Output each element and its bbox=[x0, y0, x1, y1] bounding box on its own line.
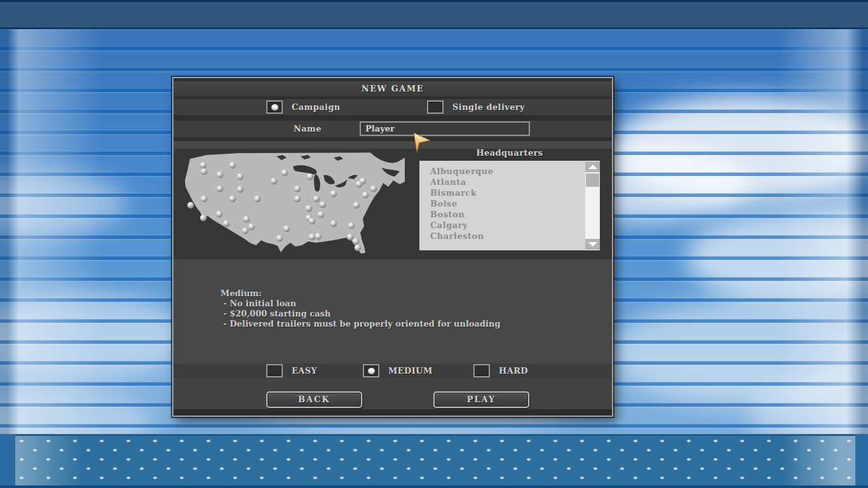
headquarters-label: Headquarters bbox=[419, 148, 600, 158]
hard-checkbox[interactable] bbox=[473, 364, 490, 377]
bottom-strip bbox=[0, 485, 868, 488]
player-name-input[interactable] bbox=[360, 121, 530, 136]
single-delivery-option[interactable]: Single delivery bbox=[427, 100, 525, 114]
description-line: - $20,000 starting cash bbox=[220, 309, 501, 319]
difficulty-row: EASY MEDIUM HARD bbox=[173, 363, 612, 378]
list-item[interactable]: Boston bbox=[419, 209, 585, 220]
single-delivery-checkbox[interactable] bbox=[427, 100, 444, 114]
medium-radio[interactable] bbox=[363, 364, 379, 377]
list-item[interactable]: Calgary bbox=[419, 220, 585, 231]
list-item[interactable]: Atlanta bbox=[419, 177, 585, 187]
name-row: Name bbox=[173, 121, 612, 137]
new-game-dialog: NEW GAME Campaign Single delivery Name bbox=[172, 77, 613, 417]
dialog-bottom-strip bbox=[173, 409, 612, 416]
headquarters-list[interactable]: AlbuquerqueAtlantaBismarckBoiseBostonCal… bbox=[419, 161, 600, 250]
difficulty-description-title: Medium: bbox=[220, 288, 501, 299]
easy-label: EASY bbox=[292, 366, 317, 376]
button-section bbox=[173, 378, 612, 409]
arrow-down-icon bbox=[588, 242, 597, 247]
scrollbar-thumb[interactable] bbox=[586, 173, 599, 187]
medium-option[interactable]: MEDIUM bbox=[363, 364, 433, 377]
list-item[interactable]: Albuquerque bbox=[419, 166, 585, 177]
mode-row: Campaign Single delivery bbox=[173, 99, 612, 115]
top-band bbox=[0, 0, 868, 29]
hard-label: HARD bbox=[499, 366, 528, 376]
dialog-title: NEW GAME bbox=[173, 81, 612, 97]
arrow-up-icon bbox=[588, 165, 597, 169]
headquarters-scrollbar[interactable] bbox=[585, 161, 600, 250]
scroll-up-button[interactable] bbox=[585, 161, 600, 172]
difficulty-description-lines: - No initial loan - $20,000 starting cas… bbox=[220, 299, 501, 329]
description-line: - Delivered trailers must be properly or… bbox=[220, 319, 501, 329]
scroll-down-button[interactable] bbox=[585, 239, 600, 250]
campaign-option[interactable]: Campaign bbox=[266, 100, 341, 114]
campaign-label: Campaign bbox=[292, 102, 341, 112]
usa-map bbox=[181, 152, 405, 254]
easy-checkbox[interactable] bbox=[266, 364, 283, 377]
right-edge-highlight bbox=[773, 0, 868, 434]
difficulty-description: Medium: - No initial loan - $20,000 star… bbox=[220, 288, 501, 329]
list-item[interactable]: Bismarck bbox=[419, 187, 585, 198]
medium-label: MEDIUM bbox=[388, 366, 433, 376]
headquarters-list-items: AlbuquerqueAtlantaBismarckBoiseBostonCal… bbox=[419, 166, 585, 250]
list-item[interactable]: Boise bbox=[419, 198, 585, 209]
back-button[interactable]: BACK bbox=[266, 391, 362, 408]
campaign-radio[interactable] bbox=[266, 100, 283, 114]
dotted-panel bbox=[15, 435, 855, 487]
left-edge-highlight bbox=[0, 0, 108, 434]
play-button[interactable]: PLAY bbox=[433, 391, 529, 408]
hard-option[interactable]: HARD bbox=[473, 364, 528, 377]
list-item[interactable]: Charleston bbox=[419, 231, 585, 241]
description-line: - No initial loan bbox=[220, 299, 501, 309]
easy-option[interactable]: EASY bbox=[266, 364, 317, 377]
single-delivery-label: Single delivery bbox=[452, 102, 525, 112]
name-label: Name bbox=[294, 124, 322, 133]
